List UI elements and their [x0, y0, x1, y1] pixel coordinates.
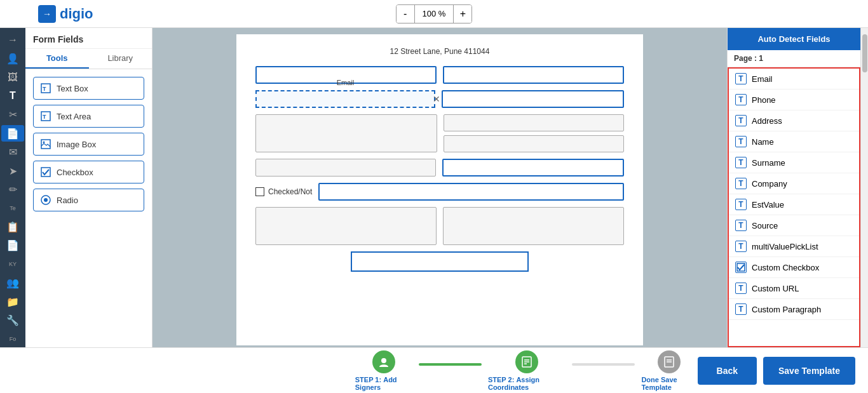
form-fields-panel: Form Fields Tools Library T Text Box T T… — [25, 28, 153, 347]
textarea-field-2[interactable] — [255, 207, 437, 245]
checkbox-icon — [40, 166, 51, 178]
field-4b[interactable] — [442, 159, 624, 177]
field-type-text-icon-7: T — [735, 199, 747, 210]
sidebar-mail-icon[interactable]: ✉ — [1, 144, 24, 160]
main-layout: → 👤 🖼 T ✂ 📄 ✉ ➤ ✏ Te 📋 📄 KY 👥 📁 🔧 Fo For… — [0, 28, 868, 347]
field-item-multivaluepicklist[interactable]: T multiValuePickList — [729, 236, 859, 257]
field-item-company[interactable]: T Company — [729, 173, 859, 194]
scrollbar[interactable] — [860, 28, 868, 347]
sidebar-send-icon[interactable]: ➤ — [1, 163, 24, 178]
field-name-custom-checkbox: Custom Checkbox — [752, 263, 819, 272]
field-3c[interactable] — [444, 135, 624, 152]
field-item-email[interactable]: T Email — [729, 69, 859, 90]
panel-tabs: Tools Library — [25, 49, 152, 69]
field-item-phone[interactable]: T Phone — [729, 90, 859, 110]
checked-checkbox[interactable] — [255, 187, 264, 196]
sidebar-ky-label: KY — [1, 256, 24, 272]
step-1: STEP 1: Add Signers — [355, 350, 412, 391]
field-type-checkbox-icon — [735, 262, 747, 273]
field-3b[interactable] — [444, 114, 624, 131]
form-grid: Email ✕ — [255, 66, 624, 272]
form-row-2: Email ✕ — [255, 90, 624, 108]
sidebar-file-icon[interactable]: 📋 — [1, 219, 24, 235]
tool-text-area[interactable]: T Text Area — [33, 105, 144, 128]
field-type-text-icon-4: T — [735, 136, 747, 147]
zoom-minus-button[interactable]: - — [397, 5, 414, 23]
sidebar-doc-icon[interactable]: 📄 — [1, 125, 24, 141]
tab-tools[interactable]: Tools — [25, 49, 89, 69]
text-box-icon: T — [40, 83, 51, 94]
field-1b[interactable] — [443, 66, 624, 84]
field-item-estvalue[interactable]: T EstValue — [729, 194, 859, 215]
wide-field[interactable] — [351, 251, 529, 272]
sidebar-arrow-icon[interactable]: → — [1, 32, 24, 48]
sidebar-edit-icon[interactable]: ✏ — [1, 182, 24, 197]
field-5b[interactable] — [318, 183, 624, 201]
fields-list: T Email T Phone T Address T Name T Surna… — [728, 67, 860, 347]
field-item-custom-url[interactable]: T Custom URL — [729, 278, 859, 299]
field-item-surname[interactable]: T Surname — [729, 152, 859, 173]
icon-sidebar: → 👤 🖼 T ✂ 📄 ✉ ➤ ✏ Te 📋 📄 KY 👥 📁 🔧 Fo — [0, 28, 25, 347]
scrollbar-thumb[interactable] — [862, 34, 867, 72]
field-2b[interactable] — [442, 90, 624, 108]
field-name-multivaluepicklist: multiValuePickList — [752, 242, 818, 251]
canvas-area: 12 Street Lane, Pune 411044 Email ✕ — [153, 28, 727, 347]
field-type-text-icon-5: T — [735, 157, 747, 168]
step-line-2 — [572, 363, 635, 366]
checkbox-row: Checked/Not — [255, 187, 312, 196]
sidebar-text-icon[interactable]: T — [1, 88, 24, 103]
sidebar-file2-icon[interactable]: 📄 — [1, 237, 24, 253]
field-4a[interactable] — [255, 159, 436, 177]
email-field-container: Email ✕ — [255, 90, 435, 108]
text-area-label: Text Area — [57, 112, 91, 121]
back-button[interactable]: Back — [698, 357, 757, 385]
field-name-company: Company — [752, 179, 787, 189]
textarea-field[interactable] — [255, 114, 437, 152]
logo-text: digio — [60, 6, 93, 22]
form-row-4 — [255, 159, 624, 177]
field-type-text-icon-11: T — [735, 303, 747, 315]
field-item-source[interactable]: T Source — [729, 215, 859, 236]
sidebar-folder-icon[interactable]: 📁 — [1, 294, 24, 310]
tool-radio[interactable]: Radio — [33, 189, 144, 211]
svg-point-10 — [381, 358, 386, 363]
document-page: 12 Street Lane, Pune 411044 Email ✕ — [236, 34, 643, 345]
field-item-custom-paragraph[interactable]: T Custom Paragraph — [729, 299, 859, 320]
save-template-button[interactable]: Save Template — [763, 357, 855, 385]
field-item-name[interactable]: T Name — [729, 131, 859, 152]
email-close-icon[interactable]: ✕ — [433, 94, 440, 104]
field-name-custom-paragraph: Custom Paragraph — [752, 305, 821, 314]
sidebar-group-icon[interactable]: 👥 — [1, 275, 24, 291]
top-bar: → digio - 100 % + — [0, 0, 868, 28]
field-name-address: Address — [752, 116, 782, 126]
tool-image-box[interactable]: Image Box — [33, 133, 144, 156]
wide-field-row — [255, 251, 624, 272]
step-done-icon — [658, 350, 681, 373]
zoom-plus-button[interactable]: + — [454, 5, 471, 23]
svg-text:T: T — [43, 86, 46, 92]
step-1-icon — [372, 350, 395, 373]
zoom-control: - 100 % + — [396, 4, 473, 23]
sidebar-user-icon[interactable]: 👤 — [1, 50, 24, 66]
sidebar-wrench-icon[interactable]: 🔧 — [1, 312, 24, 328]
field-type-text-icon-8: T — [735, 220, 747, 231]
text-box-label: Text Box — [57, 84, 88, 93]
step-2-icon — [515, 350, 538, 373]
step-done-label: Done Save Template — [641, 376, 697, 391]
right-panel: Auto Detect Fields Page : 1 T Email T Ph… — [727, 28, 860, 347]
svg-point-5 — [43, 142, 45, 143]
email-dashed-field[interactable]: ✕ — [255, 90, 435, 108]
textarea-field-3[interactable] — [443, 207, 624, 245]
step-line-1 — [419, 363, 482, 366]
field-item-address[interactable]: T Address — [729, 110, 859, 131]
field-item-custom-checkbox[interactable]: Custom Checkbox — [729, 257, 859, 278]
sidebar-scissors-icon[interactable]: ✂ — [1, 107, 24, 123]
tab-library[interactable]: Library — [89, 49, 153, 69]
tool-checkbox[interactable]: Checkbox — [33, 161, 144, 183]
logo-arrow-icon: → — [38, 5, 56, 23]
svg-point-8 — [44, 198, 48, 202]
sidebar-image-icon[interactable]: 🖼 — [1, 69, 24, 85]
tool-text-box[interactable]: T Text Box — [33, 77, 144, 100]
step-2-label: STEP 2: Assign Coordinates — [488, 376, 566, 391]
auto-detect-button[interactable]: Auto Detect Fields — [728, 28, 860, 50]
